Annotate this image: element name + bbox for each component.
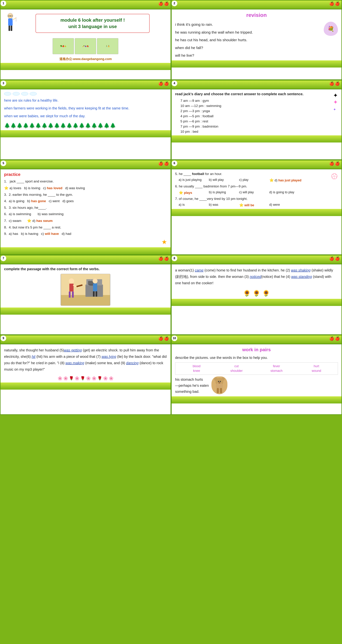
work-intro: describe the pictures. use the words in … xyxy=(175,354,338,361)
panel-1-images: 🥦🍎🍐 🥕🍇🍓 🏃‍♂️🧘 xyxy=(4,38,167,54)
panel-number-10: 10 xyxy=(172,336,177,341)
diary-entry-1: 10 am —12 pm : swimming xyxy=(175,104,338,108)
apple-icon-1: 🍎 xyxy=(158,2,163,6)
q7-option-a: a) is xyxy=(179,203,207,207)
module-title-line2: unit 3 language in use xyxy=(40,23,146,30)
cloud-3 xyxy=(21,92,28,96)
panel-8-header-bar: 🍎 🍎 8 xyxy=(172,256,342,264)
apple-decoration-9: 🍎 🍎 xyxy=(158,336,169,341)
apple-icon-17: 🍎 xyxy=(158,336,163,341)
revision-line-1: i think it's going to rain. xyxy=(175,22,338,27)
flower-sm-5: 🌹 xyxy=(80,376,85,381)
panel-6-bottom-bar xyxy=(172,209,342,216)
answer-has-swum: has swum xyxy=(36,219,52,222)
panel-7-bottom-bar xyxy=(0,308,170,315)
apple-decoration-5: 🍎 🍎 xyxy=(158,161,169,166)
answer-has-gone: has gone xyxy=(31,199,46,203)
passage-intro: complete the passage with the correct fo… xyxy=(4,267,167,271)
panel-4-header-bar: 🍎 🍎 4 xyxy=(172,80,342,89)
cloud-1 xyxy=(4,92,11,96)
q6b-text: is playing xyxy=(213,190,226,194)
panel-number-5: 5 xyxy=(0,160,6,166)
practice-item-2: ⭐ a) loves b) is loving c) has loved d) … xyxy=(4,185,167,191)
diary-entry-3: 4 pm —5 pm : football xyxy=(175,114,338,118)
apple-icon-8: 🍎 xyxy=(335,81,340,86)
star-icon-q5: ⭐ xyxy=(269,178,274,182)
flower-sm-6: 🌸 xyxy=(86,376,91,381)
apple-icon-13: 🍎 xyxy=(158,256,163,261)
panel-9-bottom-bar xyxy=(0,382,170,390)
q7d-text: were xyxy=(273,203,280,206)
panel3-text-1: here are six rules for a healthy life. xyxy=(4,97,167,104)
panel-2: 🍎 🍎 2 revision 💐 i think it's going to r… xyxy=(171,0,342,80)
q5-option-d: ⭐ d) has just played xyxy=(269,178,302,182)
work-example-text: his stomach hurts—perhaps he's eatensome… xyxy=(175,376,209,394)
q5-option-a: a) is just playing xyxy=(179,178,207,182)
apple-decoration-7: 🍎 🍎 xyxy=(158,256,169,261)
flower-sm-2: 🌸 xyxy=(63,376,68,381)
panel-6-header-bar: 🍎 🍎 6 xyxy=(172,160,342,169)
panel-10-header-bar: 🍎 🍎 10 xyxy=(172,336,342,344)
apple-icon-11: 🍎 xyxy=(329,161,334,166)
apple-icon-19: 🍎 xyxy=(329,336,334,341)
apple-decoration-3: 🍎 🍎 xyxy=(158,81,169,86)
word-fever: fever xyxy=(257,364,296,368)
svg-rect-33 xyxy=(217,388,219,393)
flower-sm-10: 🌸 xyxy=(109,376,114,381)
bear-illustration xyxy=(212,376,228,394)
panel-9-text: naturally, she thought her husband (5)wa… xyxy=(4,347,167,372)
star-icon-2: ⭐ xyxy=(27,218,32,224)
panel-number-4: 4 xyxy=(172,80,177,86)
diary-intro: read jack's diary and choose the correct… xyxy=(175,92,338,96)
q7-option-c: ⭐ will be xyxy=(239,203,268,207)
panel-4: 🍎 🍎 4 ✦✦✦ read jack's diary and choose t… xyxy=(171,80,342,160)
apple-icon-10: 🍎 xyxy=(164,161,169,166)
q7b-text: was xyxy=(213,203,218,206)
panel-10: 🍎 🍎 10 work in pairs describe the pictur… xyxy=(171,335,342,415)
panel-9: 🍎 🍎 9 naturally, she thought her husband… xyxy=(0,335,171,415)
apple-icon-14: 🍎 xyxy=(164,256,169,261)
q6-option-c: c) will play xyxy=(239,190,268,195)
star-decoration-5: ★ xyxy=(4,238,167,246)
sunflower-decoration: 🌻 🌻 🌻 xyxy=(175,290,338,297)
panel-number-9: 9 xyxy=(0,336,6,341)
practice-item-1: 1. jack ____ sport and exercise. xyxy=(4,179,167,184)
word-cut: cut xyxy=(217,364,256,368)
apple-icon-16: 🍎 xyxy=(335,256,340,261)
answer-was-standing: was standing xyxy=(291,275,312,278)
svg-point-36 xyxy=(220,381,221,382)
q5d-text: has just played xyxy=(278,178,302,182)
answer-dancing: dancing xyxy=(126,361,138,365)
panel-3-bottom-bar xyxy=(0,130,170,137)
svg-rect-34 xyxy=(220,388,222,393)
tree-decoration: 🌲🌲🌲🌲🌲🌲🌲🌲🌲🌲🌲🌲🌲🌲🌲🌲🌲🌲 xyxy=(4,122,167,128)
apple-decoration-2: 🍎 🍎 xyxy=(329,2,340,6)
star-icon-q7: ⭐ xyxy=(239,203,244,207)
apple-icon-4: 🍎 xyxy=(335,2,340,6)
image-food: 🥕🍇🍓 xyxy=(75,38,96,54)
cartoon-figure xyxy=(4,12,16,34)
answer-was-lying: was lying xyxy=(102,354,116,358)
q5a-text: is just playing xyxy=(182,178,202,182)
svg-point-18 xyxy=(69,278,74,284)
cloud-4 xyxy=(30,92,37,96)
panel-2-header-bar: 🍎 🍎 2 xyxy=(172,0,342,10)
practice-item-3: 3. 2. earlier this morning, he ____ to t… xyxy=(4,192,167,197)
apple-icon-2: 🍎 xyxy=(164,2,169,6)
panel-number-1: 1 xyxy=(0,0,6,6)
word-stomach: stomach xyxy=(257,369,296,373)
practice-item-5: 5. 3. six hours ago, he____. xyxy=(4,205,167,210)
panel-3: 🍎 🍎 3 here are six rules for a healthy l… xyxy=(0,80,171,160)
large-star-icon: ★ xyxy=(162,238,167,245)
apple-decoration-6: 🍎 🍎 xyxy=(329,161,340,166)
flower-sm-4: 🌸 xyxy=(74,376,80,381)
panel-7: 🍎 🍎 7 complete the passage with the corr… xyxy=(0,255,171,335)
panel-1-header-bar: 🍎 🍎 1 xyxy=(0,0,170,10)
answer-will-have: will have xyxy=(45,232,59,236)
panel-3-header-bar: 🍎 🍎 3 xyxy=(0,80,170,89)
panel-6: 🍎 🍎 6 💮 5. he ____ football for an hour.… xyxy=(171,160,342,255)
diary-entry-0: 7 am —9 am : gym xyxy=(175,99,338,103)
practice-item-8: 8. 4. but now it's 5 pm he ____ a rest. xyxy=(4,225,167,230)
practice-item-4: 4. a) is going b) has gone c) went d) go… xyxy=(4,198,167,204)
apple-icon-9: 🍎 xyxy=(158,161,163,166)
